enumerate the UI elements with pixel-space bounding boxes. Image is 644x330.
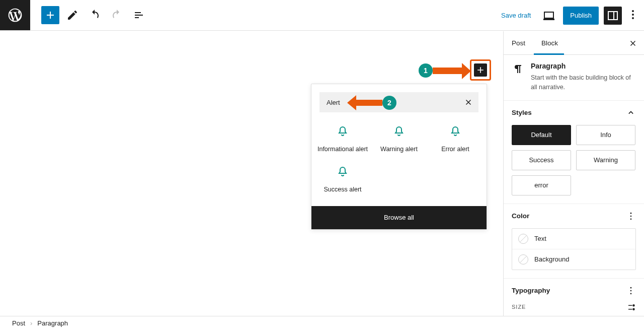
publish-button[interactable]: Publish [563,7,599,25]
block-item-informational-alert[interactable]: Informational alert [314,122,371,163]
add-block-button[interactable] [474,63,487,77]
undo-button[interactable] [86,6,104,24]
clear-search-button[interactable] [461,95,475,109]
toggle-inserter-button[interactable] [41,6,59,24]
block-search-input[interactable] [319,92,478,112]
svg-point-5 [630,218,632,220]
background-color-swatch [518,254,528,265]
document-overview-button[interactable] [130,6,148,24]
svg-point-0 [632,10,634,12]
annotation-arrow-1 [433,68,463,74]
more-options-button[interactable] [627,9,639,22]
color-panel-toggle[interactable]: Color [504,204,644,228]
save-draft-link[interactable]: Save draft [497,9,535,22]
close-sidebar-button[interactable] [627,37,639,49]
svg-point-8 [630,293,632,294]
block-item-label: Error alert [429,145,481,154]
breadcrumb-root[interactable]: Post [12,319,25,327]
annotation-step-1-badge: 1 [419,63,433,78]
styles-panel-toggle[interactable]: Styles [504,101,644,125]
toolbar-left-group [30,6,148,24]
tab-post[interactable]: Post [504,31,533,55]
block-item-label: Informational alert [316,145,369,154]
settings-toggle-button[interactable] [604,7,622,25]
block-description-panel: Paragraph Start with the basic building … [504,55,644,101]
block-item-warning-alert[interactable]: Warning alert [371,122,427,163]
svg-point-4 [630,215,632,217]
chevron-up-icon [626,108,636,118]
svg-point-7 [630,290,632,291]
size-label: SIZE [512,304,526,310]
breadcrumb-separator: › [30,319,32,327]
tab-block[interactable]: Block [533,31,566,55]
annotation-step-2-badge: 2 [382,96,396,110]
style-info[interactable]: Info [576,125,635,145]
svg-point-2 [632,17,634,19]
breadcrumb-current: Paragraph [37,319,68,327]
color-background-row[interactable]: Background [512,249,635,270]
annotation-arrow-2 [356,100,382,106]
styles-grid: Default Info Success Warning error [512,125,636,195]
sidebar-tabs: Post Block [504,31,644,55]
breadcrumb-bar: Post › Paragraph [0,316,644,330]
color-list: Text Background [512,228,636,270]
block-name: Paragraph [531,62,636,70]
svg-point-3 [630,212,632,214]
styles-panel-title: Styles [512,109,532,116]
block-inserter-popup: Informational alert Warning alert Error … [311,84,487,230]
color-text-row[interactable]: Text [512,229,635,249]
typography-panel: Typography SIZE [504,279,644,316]
styles-panel: Styles Default Info Success Warning erro… [504,101,644,204]
svg-point-1 [632,14,634,16]
paragraph-icon [512,62,524,74]
typography-panel-title: Typography [512,287,550,294]
redo-button[interactable] [108,6,126,24]
svg-point-6 [630,287,632,288]
tab-active-indicator [534,53,564,55]
typography-panel-toggle[interactable]: Typography [504,279,644,303]
style-error[interactable]: error [512,175,571,195]
wordpress-logo[interactable] [0,0,30,30]
top-toolbar: Save draft Publish [0,0,644,31]
color-panel: Color Text Background [504,204,644,279]
block-item-label: Success alert [316,185,369,194]
browse-all-button[interactable]: Browse all [311,206,487,229]
color-text-label: Text [534,235,546,242]
preview-button[interactable] [540,7,558,25]
block-item-label: Warning alert [373,145,425,154]
text-color-swatch [518,234,528,244]
style-default[interactable]: Default [512,125,571,145]
settings-sidebar: Post Block Paragraph Start with the basi… [503,31,644,316]
color-panel-title: Color [512,212,529,220]
more-options-icon[interactable] [626,286,636,296]
style-warning[interactable]: Warning [576,150,635,170]
toolbar-right-group: Save draft Publish [497,0,639,31]
style-success[interactable]: Success [512,150,571,170]
more-options-icon[interactable] [626,211,636,221]
color-background-label: Background [534,255,569,263]
block-item-success-alert[interactable]: Success alert [314,163,371,203]
annotation-highlight-1 [470,59,491,81]
block-description: Start with the basic building block of a… [531,73,636,92]
block-item-error-alert[interactable]: Error alert [427,122,484,163]
block-results-grid: Informational alert Warning alert Error … [311,112,487,206]
size-settings-icon[interactable] [627,303,636,313]
edit-mode-button[interactable] [63,6,82,24]
annotation-arrow-2-head [347,95,356,110]
